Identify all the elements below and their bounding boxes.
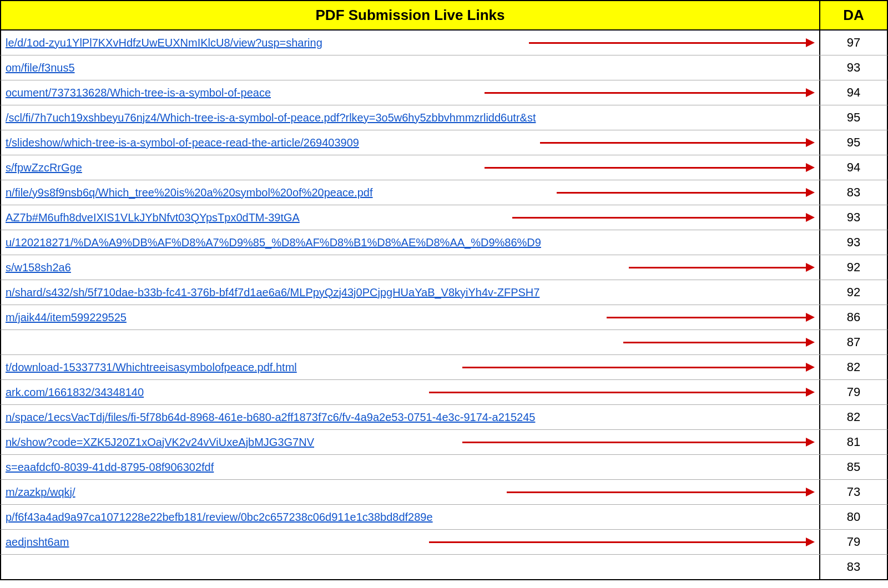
link-col: ocument/737313628/Which-tree-is-a-symbol… bbox=[1, 80, 820, 105]
da-value: 93 bbox=[820, 58, 887, 77]
table-row: le/d/1od-zyu1YlPl7KXvHdfzUwEUXNmIKlcU8/v… bbox=[0, 31, 888, 55]
da-value: 81 bbox=[820, 433, 887, 452]
link-text[interactable]: /scl/fi/7h7uch19xshbeyu76njz4/Which-tree… bbox=[6, 111, 536, 124]
link-text[interactable]: m/zazkp/wqkj/ bbox=[6, 486, 75, 499]
arrow-icon bbox=[512, 213, 815, 222]
da-value: 87 bbox=[820, 333, 887, 352]
table-row: t/download-15337731/Whichtreeisasymbolof… bbox=[0, 355, 888, 380]
link-text[interactable]: m/jaik44/item599229525 bbox=[6, 311, 127, 324]
table-row: 83 bbox=[0, 555, 888, 580]
table-row: ocument/737313628/Which-tree-is-a-symbol… bbox=[0, 80, 888, 105]
da-value: 97 bbox=[820, 33, 887, 52]
link-text[interactable]: t/download-15337731/Whichtreeisasymbolof… bbox=[6, 361, 297, 374]
arrow-icon bbox=[629, 263, 815, 272]
table-row: n/file/y9s8f9nsb6q/Which_tree%20is%20a%2… bbox=[0, 180, 888, 205]
link-col: n/space/1ecsVacTdj/files/fi-5f78b64d-896… bbox=[1, 405, 820, 429]
da-value: 95 bbox=[820, 108, 887, 127]
table-row: s/fpwZzcRrGge94 bbox=[0, 155, 888, 180]
link-col: s=eaafdcf0-8039-41dd-8795-08f906302fdf bbox=[1, 455, 820, 479]
link-text[interactable]: p/f6f43a4ad9a97ca1071228e22befb181/revie… bbox=[6, 511, 433, 524]
link-col: n/shard/s432/sh/5f710dae-b33b-fc41-376b-… bbox=[1, 280, 820, 305]
link-text[interactable]: ocument/737313628/Which-tree-is-a-symbol… bbox=[6, 87, 271, 99]
da-value: 93 bbox=[820, 208, 887, 227]
table-row: ark.com/1661832/3434814079 bbox=[0, 380, 888, 405]
link-text[interactable]: nk/show?code=XZK5J20Z1xOajVK2v24vViUxeAj… bbox=[6, 436, 314, 449]
link-col: u/120218271/%DA%A9%DB%AF%D8%A7%D9%85_%D8… bbox=[1, 230, 820, 255]
da-value: 95 bbox=[820, 133, 887, 152]
link-col: om/file/f3nus5 bbox=[1, 55, 820, 80]
table-row: AZ7b#M6ufh8dveIXIS1VLkJYbNfvt03QYpsTpx0d… bbox=[0, 205, 888, 230]
link-text[interactable]: u/120218271/%DA%A9%DB%AF%D8%A7%D9%85_%D8… bbox=[6, 236, 541, 249]
table-row: n/space/1ecsVacTdj/files/fi-5f78b64d-896… bbox=[0, 405, 888, 430]
table-row: 87 bbox=[0, 330, 888, 355]
arrow-icon bbox=[557, 188, 815, 197]
link-col bbox=[1, 330, 820, 354]
arrow-icon bbox=[529, 38, 815, 47]
table-row: m/zazkp/wqkj/73 bbox=[0, 480, 888, 505]
da-value: 92 bbox=[820, 283, 887, 302]
da-value: 83 bbox=[820, 183, 887, 202]
link-text[interactable]: n/shard/s432/sh/5f710dae-b33b-fc41-376b-… bbox=[6, 286, 539, 299]
link-col: AZ7b#M6ufh8dveIXIS1VLkJYbNfvt03QYpsTpx0d… bbox=[1, 205, 820, 230]
arrow-icon bbox=[485, 163, 815, 172]
arrow-icon bbox=[462, 438, 815, 447]
link-col bbox=[1, 555, 820, 579]
link-text[interactable]: le/d/1od-zyu1YlPl7KXvHdfzUwEUXNmIKlcU8/v… bbox=[6, 37, 322, 49]
table-row: n/shard/s432/sh/5f710dae-b33b-fc41-376b-… bbox=[0, 280, 888, 305]
da-value: 94 bbox=[820, 83, 887, 102]
header-title: PDF Submission Live Links bbox=[1, 1, 820, 29]
link-text[interactable]: s=eaafdcf0-8039-41dd-8795-08f906302fdf bbox=[6, 461, 214, 474]
arrow-icon bbox=[429, 538, 815, 546]
link-col: s/w158sh2a6 bbox=[1, 255, 820, 280]
table-row: p/f6f43a4ad9a97ca1071228e22befb181/revie… bbox=[0, 505, 888, 530]
header-row: PDF Submission Live Links DA bbox=[0, 0, 888, 31]
link-col: nk/show?code=XZK5J20Z1xOajVK2v24vViUxeAj… bbox=[1, 430, 820, 454]
link-col: ark.com/1661832/34348140 bbox=[1, 380, 820, 404]
table-row: s/w158sh2a692 bbox=[0, 255, 888, 280]
arrow-icon bbox=[607, 313, 815, 322]
da-value: 83 bbox=[820, 557, 887, 576]
arrow-icon bbox=[623, 338, 815, 347]
link-text[interactable]: t/slideshow/which-tree-is-a-symbol-of-pe… bbox=[6, 136, 359, 149]
table-row: aedjnsht6am79 bbox=[0, 530, 888, 555]
arrow-icon bbox=[540, 138, 815, 147]
da-value: 82 bbox=[820, 358, 887, 377]
table-row: m/jaik44/item59922952586 bbox=[0, 305, 888, 330]
da-value: 73 bbox=[820, 483, 887, 501]
link-col: t/download-15337731/Whichtreeisasymbolof… bbox=[1, 355, 820, 379]
link-col: n/file/y9s8f9nsb6q/Which_tree%20is%20a%2… bbox=[1, 180, 820, 205]
table-row: s=eaafdcf0-8039-41dd-8795-08f906302fdf85 bbox=[0, 455, 888, 480]
table-row: /scl/fi/7h7uch19xshbeyu76njz4/Which-tree… bbox=[0, 105, 888, 130]
link-col: s/fpwZzcRrGge bbox=[1, 155, 820, 180]
da-value: 82 bbox=[820, 408, 887, 427]
arrow-icon bbox=[485, 88, 815, 97]
da-value: 92 bbox=[820, 258, 887, 277]
da-value: 86 bbox=[820, 308, 887, 327]
link-col: le/d/1od-zyu1YlPl7KXvHdfzUwEUXNmIKlcU8/v… bbox=[1, 31, 820, 55]
link-text[interactable]: ark.com/1661832/34348140 bbox=[6, 386, 144, 399]
link-text[interactable]: om/file/f3nus5 bbox=[6, 62, 75, 74]
link-text[interactable]: n/space/1ecsVacTdj/files/fi-5f78b64d-896… bbox=[6, 411, 535, 424]
link-col: p/f6f43a4ad9a97ca1071228e22befb181/revie… bbox=[1, 505, 820, 529]
da-value: 79 bbox=[820, 383, 887, 402]
table-row: nk/show?code=XZK5J20Z1xOajVK2v24vViUxeAj… bbox=[0, 430, 888, 455]
link-col: t/slideshow/which-tree-is-a-symbol-of-pe… bbox=[1, 130, 820, 155]
link-col: m/zazkp/wqkj/ bbox=[1, 480, 820, 504]
da-value: 93 bbox=[820, 233, 887, 252]
link-text[interactable]: aedjnsht6am bbox=[6, 536, 69, 549]
arrow-icon bbox=[462, 363, 815, 372]
link-text[interactable]: n/file/y9s8f9nsb6q/Which_tree%20is%20a%2… bbox=[6, 186, 373, 199]
link-col: /scl/fi/7h7uch19xshbeyu76njz4/Which-tree… bbox=[1, 105, 820, 130]
link-text[interactable]: s/fpwZzcRrGge bbox=[6, 161, 82, 174]
link-text[interactable]: AZ7b#M6ufh8dveIXIS1VLkJYbNfvt03QYpsTpx0d… bbox=[6, 211, 300, 224]
arrow-icon bbox=[507, 488, 815, 496]
da-value: 79 bbox=[820, 533, 887, 551]
link-text[interactable]: s/w158sh2a6 bbox=[6, 261, 71, 274]
table-row: om/file/f3nus593 bbox=[0, 55, 888, 80]
link-col: aedjnsht6am bbox=[1, 530, 820, 554]
table-row: u/120218271/%DA%A9%DB%AF%D8%A7%D9%85_%D8… bbox=[0, 230, 888, 255]
link-col: m/jaik44/item599229525 bbox=[1, 305, 820, 330]
da-value: 80 bbox=[820, 508, 887, 526]
header-da: DA bbox=[820, 1, 887, 29]
arrow-icon bbox=[429, 388, 815, 397]
